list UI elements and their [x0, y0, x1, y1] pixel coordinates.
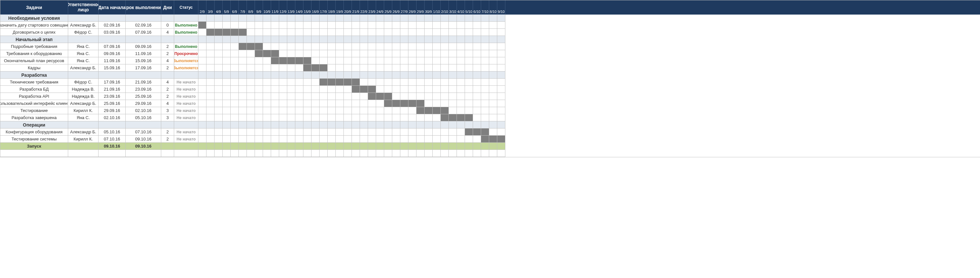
timeline-cell[interactable] — [400, 57, 409, 64]
timeline-cell[interactable] — [497, 29, 505, 36]
timeline-cell[interactable] — [392, 43, 400, 50]
timeline-cell[interactable] — [400, 29, 409, 36]
empty-cell[interactable] — [271, 150, 279, 157]
timeline-cell[interactable] — [287, 143, 295, 150]
launch-row[interactable]: Запуск09.10.1609.10.16 — [0, 143, 980, 150]
timeline-cell[interactable] — [215, 29, 223, 36]
timeline-cell[interactable] — [417, 29, 425, 36]
timeline-cell[interactable] — [376, 143, 384, 150]
timeline-cell[interactable] — [215, 79, 223, 86]
timeline-cell[interactable] — [239, 57, 247, 64]
timeline-cell[interactable] — [360, 128, 368, 136]
owner-cell[interactable] — [68, 121, 99, 128]
days-cell[interactable] — [161, 143, 174, 150]
timeline-cell[interactable] — [465, 29, 473, 36]
timeline-cell[interactable] — [392, 121, 400, 128]
timeline-cell[interactable] — [239, 79, 247, 86]
timeline-cell[interactable] — [198, 22, 207, 29]
timeline-cell[interactable] — [392, 128, 400, 136]
timeline-cell[interactable] — [255, 86, 263, 93]
due-date-cell[interactable]: 21.09.16 — [126, 79, 161, 86]
timeline-cell[interactable] — [247, 128, 255, 136]
timeline-cell[interactable] — [368, 29, 376, 36]
timeline-cell[interactable] — [231, 93, 239, 100]
timeline-cell[interactable] — [279, 128, 287, 136]
timeline-cell[interactable] — [231, 29, 239, 36]
timeline-cell[interactable] — [409, 43, 417, 50]
timeline-cell[interactable] — [417, 93, 425, 100]
timeline-cell[interactable] — [247, 114, 255, 121]
timeline-cell[interactable] — [489, 128, 497, 136]
timeline-cell[interactable] — [344, 136, 352, 143]
owner-cell[interactable]: Фёдор С. — [68, 79, 99, 86]
timeline-cell[interactable] — [295, 136, 304, 143]
timeline-cell[interactable] — [295, 93, 304, 100]
timeline-cell[interactable] — [247, 143, 255, 150]
timeline-cell[interactable] — [481, 50, 489, 57]
timeline-cell[interactable] — [481, 36, 489, 43]
timeline-cell[interactable] — [247, 86, 255, 93]
timeline-cell[interactable] — [489, 100, 497, 107]
timeline-cell[interactable] — [368, 128, 376, 136]
timeline-cell[interactable] — [376, 72, 384, 79]
timeline-cell[interactable] — [215, 143, 223, 150]
timeline-cell[interactable] — [457, 50, 465, 57]
timeline-cell[interactable] — [400, 93, 409, 100]
empty-cell[interactable] — [360, 150, 368, 157]
timeline-cell[interactable] — [279, 136, 287, 143]
timeline-cell[interactable] — [441, 128, 449, 136]
timeline-cell[interactable] — [368, 121, 376, 128]
timeline-cell[interactable] — [279, 22, 287, 29]
due-date-cell[interactable] — [126, 36, 161, 43]
timeline-cell[interactable] — [255, 114, 263, 121]
timeline-cell[interactable] — [328, 114, 336, 121]
timeline-cell[interactable] — [304, 86, 312, 93]
timeline-cell[interactable] — [344, 43, 352, 50]
timeline-cell[interactable] — [198, 79, 207, 86]
timeline-cell[interactable] — [223, 121, 231, 128]
days-cell[interactable]: 3 — [161, 107, 174, 114]
timeline-cell[interactable] — [344, 107, 352, 114]
timeline-cell[interactable] — [360, 79, 368, 86]
timeline-cell[interactable] — [215, 22, 223, 29]
days-cell[interactable]: 2 — [161, 93, 174, 100]
status-cell[interactable]: Выполнено — [174, 22, 198, 29]
timeline-cell[interactable] — [360, 100, 368, 107]
empty-cell[interactable] — [68, 150, 99, 157]
timeline-cell[interactable] — [207, 136, 215, 143]
timeline-cell[interactable] — [497, 136, 505, 143]
days-cell[interactable]: 2 — [161, 64, 174, 72]
timeline-cell[interactable] — [344, 86, 352, 93]
empty-cell[interactable] — [457, 150, 465, 157]
timeline-cell[interactable] — [465, 100, 473, 107]
timeline-cell[interactable] — [295, 128, 304, 136]
status-cell[interactable] — [174, 14, 198, 22]
status-cell[interactable]: Выполняется — [174, 64, 198, 72]
timeline-cell[interactable] — [239, 14, 247, 22]
empty-cell[interactable] — [481, 150, 489, 157]
timeline-cell[interactable] — [409, 100, 417, 107]
timeline-cell[interactable] — [425, 136, 433, 143]
start-date-cell[interactable]: 02.09.16 — [99, 22, 126, 29]
timeline-cell[interactable] — [497, 72, 505, 79]
timeline-cell[interactable] — [231, 100, 239, 107]
timeline-cell[interactable] — [384, 93, 392, 100]
timeline-cell[interactable] — [352, 22, 360, 29]
timeline-cell[interactable] — [231, 43, 239, 50]
task-name-cell[interactable]: Тестирование системы — [0, 136, 68, 143]
timeline-cell[interactable] — [384, 136, 392, 143]
empty-cell[interactable] — [99, 150, 126, 157]
timeline-cell[interactable] — [344, 143, 352, 150]
timeline-cell[interactable] — [400, 128, 409, 136]
timeline-cell[interactable] — [328, 29, 336, 36]
timeline-cell[interactable] — [263, 36, 271, 43]
timeline-cell[interactable] — [425, 14, 433, 22]
timeline-cell[interactable] — [198, 72, 207, 79]
timeline-cell[interactable] — [271, 57, 279, 64]
timeline-cell[interactable] — [368, 43, 376, 50]
timeline-cell[interactable] — [368, 107, 376, 114]
owner-cell[interactable]: Александр Б. — [68, 64, 99, 72]
empty-cell[interactable] — [328, 150, 336, 157]
timeline-cell[interactable] — [425, 50, 433, 57]
timeline-cell[interactable] — [449, 43, 457, 50]
